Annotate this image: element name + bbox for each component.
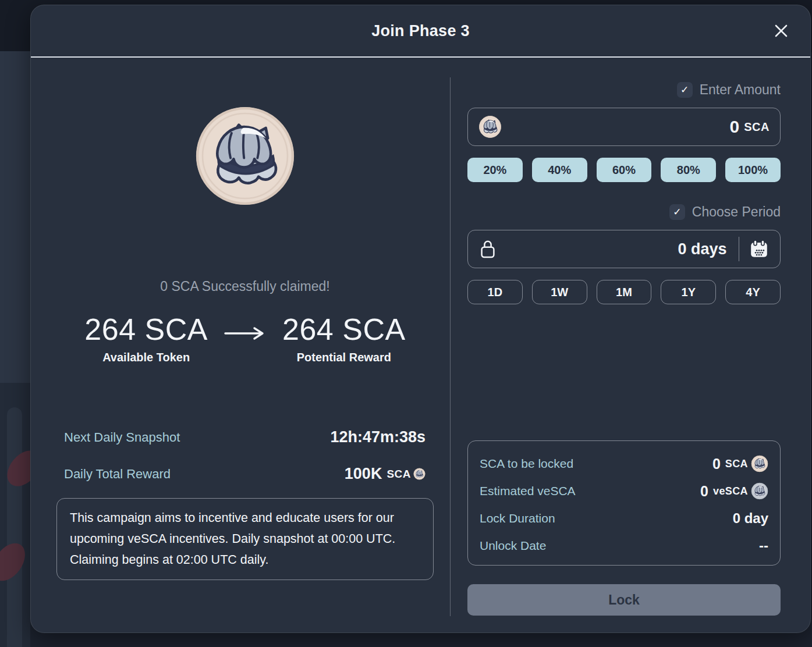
claimed-status-text: 0 SCA Successfully claimed! <box>160 279 329 294</box>
enter-amount-label: Enter Amount <box>700 82 781 98</box>
close-button[interactable] <box>771 20 792 41</box>
amount-unit: SCA <box>744 120 770 134</box>
reward-panel: 0 SCA Successfully claimed! 264 SCA Avai… <box>56 58 450 632</box>
estimated-vesca-row: Estimated veSCA 0 veSCA <box>480 482 768 500</box>
period-1m-button[interactable]: 1M <box>597 280 652 304</box>
unlock-date-label: Unlock Date <box>480 539 546 553</box>
daily-reward-row: Daily Total Reward 100K SCA <box>56 465 434 483</box>
percent-80-button[interactable]: 80% <box>661 158 716 182</box>
period-days-value: 0 days <box>678 240 726 258</box>
lock-duration-row: Lock Duration 0 day <box>480 510 768 527</box>
checkmark-icon: ✓ <box>680 84 689 96</box>
potential-reward-label: Potential Reward <box>297 351 391 364</box>
backdrop-left-panel <box>0 51 30 383</box>
period-1w-button[interactable]: 1W <box>532 280 587 304</box>
sca-coin-icon <box>751 455 768 472</box>
enter-amount-checkbox[interactable]: ✓ <box>677 82 693 98</box>
lock-icon <box>478 237 497 261</box>
estimated-vesca-unit: veSCA <box>713 485 748 497</box>
join-phase-modal: Join Phase 3 0 SCA Successfully claimed!… <box>30 5 811 633</box>
choose-period-row: ✓ Choose Period <box>467 203 781 221</box>
estimated-vesca-value: 0 veSCA <box>700 482 768 500</box>
period-1d-button[interactable]: 1D <box>467 280 523 304</box>
unlock-date-value: -- <box>759 538 768 554</box>
modal-body: 0 SCA Successfully claimed! 264 SCA Avai… <box>31 58 810 632</box>
daily-reward-value: 100K SCA <box>345 465 425 483</box>
calendar-icon[interactable] <box>749 239 770 259</box>
sca-locked-label: SCA to be locked <box>480 457 573 471</box>
amount-input[interactable]: 0 SCA <box>467 108 781 146</box>
percent-20-button[interactable]: 20% <box>467 158 523 182</box>
percent-100-button[interactable]: 100% <box>725 158 781 182</box>
period-input[interactable]: 0 days <box>467 230 781 268</box>
period-buttons-row: 1D 1W 1M 1Y 4Y <box>467 280 781 304</box>
close-icon <box>772 22 790 40</box>
choose-period-checkbox[interactable]: ✓ <box>669 204 685 220</box>
available-token-label: Available Token <box>102 351 190 364</box>
daily-reward-unit: SCA <box>387 468 411 481</box>
campaign-description: This campaign aims to incentive and educ… <box>56 498 434 580</box>
lock-summary-box: SCA to be locked 0 SCA Estimated veSCA 0… <box>467 440 781 566</box>
sca-locked-amount: 0 <box>712 456 721 472</box>
lock-duration-label: Lock Duration <box>480 511 555 525</box>
daily-reward-amount: 100K <box>345 465 382 483</box>
choose-period-label: Choose Period <box>692 204 781 220</box>
sca-coin-icon <box>478 115 502 138</box>
backdrop-pillar <box>7 407 22 647</box>
sca-locked-row: SCA to be locked 0 SCA <box>480 455 768 472</box>
unlock-date-row: Unlock Date -- <box>480 537 768 554</box>
field-divider <box>739 237 740 261</box>
next-snapshot-label: Next Daily Snapshot <box>64 430 180 445</box>
percent-buttons-row: 20% 40% 60% 80% 100% <box>467 158 781 182</box>
amount-value: 0 <box>730 117 740 137</box>
lock-form-panel: ✓ Enter Amount 0 SCA 20% 40% 60% 80% 100… <box>451 58 781 632</box>
percent-40-button[interactable]: 40% <box>532 158 587 182</box>
next-snapshot-value: 12h:47m:38s <box>330 428 425 446</box>
token-values-row: 264 SCA Available Token 264 SCA Potentia… <box>56 313 434 364</box>
period-4y-button[interactable]: 4Y <box>725 280 781 304</box>
modal-header: Join Phase 3 <box>31 5 810 58</box>
lock-duration-value: 0 day <box>733 510 768 527</box>
daily-reward-label: Daily Total Reward <box>64 467 171 482</box>
modal-title: Join Phase 3 <box>371 22 470 40</box>
enter-amount-row: ✓ Enter Amount <box>467 81 781 98</box>
potential-reward-group: 264 SCA Potential Reward <box>282 313 406 364</box>
lock-submit-button[interactable]: Lock <box>467 584 781 616</box>
percent-60-button[interactable]: 60% <box>597 158 652 182</box>
period-1y-button[interactable]: 1Y <box>661 280 716 304</box>
sca-locked-value: 0 SCA <box>712 455 768 472</box>
sca-locked-unit: SCA <box>725 458 748 470</box>
available-token-group: 264 SCA Available Token <box>84 313 208 364</box>
available-token-value: 264 SCA <box>84 313 208 346</box>
vesca-coin-icon <box>751 482 768 500</box>
estimated-vesca-amount: 0 <box>700 483 708 500</box>
potential-reward-value: 264 SCA <box>282 313 406 346</box>
sca-coin-icon <box>413 468 425 480</box>
campaign-stats: Next Daily Snapshot 12h:47m:38s Daily To… <box>56 428 434 483</box>
estimated-vesca-label: Estimated veSCA <box>480 484 576 498</box>
next-snapshot-row: Next Daily Snapshot 12h:47m:38s <box>56 428 434 446</box>
arrow-right-icon <box>223 313 267 343</box>
checkmark-icon: ✓ <box>673 206 681 218</box>
sca-coin-icon <box>193 104 297 208</box>
